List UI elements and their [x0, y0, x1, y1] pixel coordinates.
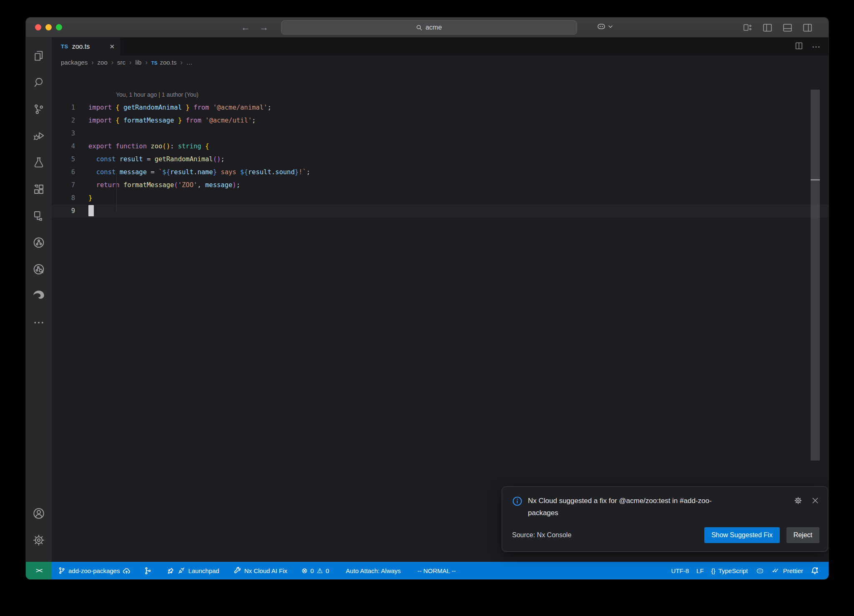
- code-text: const result = getRandomAnimal();: [75, 153, 225, 166]
- more-views-icon[interactable]: [26, 309, 52, 336]
- eol-item[interactable]: LF: [693, 562, 708, 579]
- error-icon: ⊗: [301, 566, 307, 575]
- navigate-back-button[interactable]: ←: [241, 22, 250, 33]
- breadcrumb-file[interactable]: TSzoo.ts: [151, 59, 177, 66]
- screen: ← → acme: [0, 0, 854, 616]
- code-lines: 1import { getRandomAnimal } from '@acme/…: [52, 101, 829, 218]
- breadcrumb-item-lib[interactable]: lib: [135, 59, 141, 66]
- command-center-search[interactable]: acme: [281, 20, 577, 35]
- nx-console-icon[interactable]: [26, 229, 52, 256]
- extensions-icon[interactable]: [26, 176, 52, 203]
- code-text: [75, 205, 94, 218]
- line-number[interactable]: 3: [52, 127, 75, 140]
- notification-settings-gear-icon[interactable]: [794, 496, 803, 507]
- line-number[interactable]: 8: [52, 192, 75, 205]
- account-icon[interactable]: [26, 500, 52, 527]
- nx-cloud-icon[interactable]: [26, 256, 52, 283]
- breadcrumb-separator: ›: [180, 59, 182, 66]
- toggle-primary-sidebar-button[interactable]: [762, 23, 773, 33]
- notification-close-icon[interactable]: [811, 496, 819, 506]
- copilot-icon: [756, 566, 764, 575]
- prettier-item[interactable]: ✓✓ Prettier: [768, 562, 807, 579]
- language-mode-item[interactable]: {} TypeScript: [708, 562, 752, 579]
- navigate-forward-button[interactable]: →: [259, 22, 269, 33]
- code-text: return formatMessage('ZOO', message);: [75, 179, 240, 192]
- nx-cloud-fix-item[interactable]: Nx Cloud AI Fix: [230, 562, 291, 579]
- encoding-item[interactable]: UTF-8: [668, 562, 693, 579]
- minimize-window-button[interactable]: [45, 24, 52, 30]
- title-bar: ← → acme: [26, 18, 829, 38]
- vim-mode-item[interactable]: -- NORMAL --: [414, 562, 460, 579]
- show-suggested-fix-button[interactable]: Show Suggested Fix: [704, 527, 780, 543]
- copilot-menu-button[interactable]: [596, 22, 613, 32]
- settings-gear-icon[interactable]: [26, 527, 52, 553]
- info-icon: [512, 496, 522, 506]
- auto-attach-item[interactable]: Auto Attach: Always: [342, 562, 404, 579]
- status-bar: >< add-zoo-packages: [26, 562, 829, 579]
- testing-icon[interactable]: [26, 149, 52, 176]
- git-branch-item[interactable]: add-zoo-packages: [54, 562, 134, 579]
- line-number[interactable]: 2: [52, 114, 75, 127]
- breadcrumb-item-src[interactable]: src: [117, 59, 126, 66]
- breadcrumb: packages›zoo›src›lib› TSzoo.ts › …: [52, 55, 829, 69]
- typescript-file-icon: TS: [151, 60, 158, 65]
- customize-layout-button[interactable]: [743, 23, 753, 33]
- code-line-6[interactable]: 6 const message = `${result.name} says $…: [52, 166, 829, 179]
- tab-bar: TS zoo.ts ✕ ⋯: [52, 38, 829, 55]
- code-line-8[interactable]: 8}: [52, 192, 829, 205]
- editor-more-actions-icon[interactable]: ⋯: [812, 42, 820, 52]
- remote-indicator[interactable]: ><: [26, 562, 52, 579]
- breadcrumb-item-zoo[interactable]: zoo: [98, 59, 108, 66]
- code-line-1[interactable]: 1import { getRandomAnimal } from '@acme/…: [52, 101, 829, 114]
- warning-icon: ⚠: [317, 567, 323, 575]
- tab-zoo-ts[interactable]: TS zoo.ts ✕: [52, 38, 121, 55]
- line-number[interactable]: 7: [52, 179, 75, 192]
- notifications-bell-item[interactable]: [807, 562, 823, 579]
- line-number[interactable]: 1: [52, 101, 75, 114]
- zoom-window-button[interactable]: [56, 24, 62, 30]
- nx-cloud-fix-label: Nx Cloud AI Fix: [244, 567, 287, 574]
- rocket-icon: [167, 567, 175, 575]
- code-text: [75, 127, 88, 140]
- notification-source: Source: Nx Console: [512, 531, 571, 539]
- editor-scrollbar[interactable]: [811, 90, 820, 461]
- references-icon[interactable]: [26, 203, 52, 229]
- bell-dot-icon: [811, 566, 819, 575]
- reject-button[interactable]: Reject: [786, 527, 819, 543]
- search-icon[interactable]: [26, 69, 52, 96]
- codelens-blame[interactable]: You, 1 hour ago | 1 author (You): [52, 88, 829, 101]
- split-editor-icon[interactable]: [794, 41, 804, 52]
- line-number[interactable]: 9: [52, 205, 75, 218]
- code-line-3[interactable]: 3: [52, 127, 829, 140]
- code-editor[interactable]: You, 1 hour ago | 1 author (You) 1import…: [52, 69, 829, 218]
- tab-close-icon[interactable]: ✕: [109, 43, 115, 50]
- breadcrumb-overflow[interactable]: …: [186, 59, 193, 66]
- copilot-status-item[interactable]: [752, 562, 768, 579]
- line-number[interactable]: 6: [52, 166, 75, 179]
- code-line-4[interactable]: 4export function zoo(): string {: [52, 140, 829, 153]
- explorer-icon[interactable]: [26, 43, 52, 69]
- code-text: export function zoo(): string {: [75, 140, 209, 153]
- run-debug-icon[interactable]: [26, 123, 52, 149]
- breadcrumb-item-packages[interactable]: packages: [61, 59, 88, 66]
- toggle-panel-button[interactable]: [782, 23, 793, 33]
- code-line-7[interactable]: 7 return formatMessage('ZOO', message);: [52, 179, 829, 192]
- problems-item[interactable]: ⊗ 0 ⚠ 0: [298, 562, 333, 579]
- code-line-2[interactable]: 2import { formatMessage } from '@acme/ut…: [52, 114, 829, 127]
- toggle-secondary-sidebar-button[interactable]: [802, 23, 813, 33]
- source-control-icon[interactable]: [26, 96, 52, 123]
- line-number[interactable]: 4: [52, 140, 75, 153]
- breadcrumb-separator: ›: [129, 59, 131, 66]
- breadcrumb-separator: ›: [91, 59, 93, 66]
- line-number[interactable]: 5: [52, 153, 75, 166]
- git-branch-icon: [58, 567, 65, 574]
- code-line-5[interactable]: 5 const result = getRandomAnimal();: [52, 153, 829, 166]
- edge-browser-icon[interactable]: [26, 283, 52, 309]
- branch-name: add-zoo-packages: [68, 567, 120, 574]
- close-window-button[interactable]: [35, 24, 41, 30]
- code-line-9[interactable]: 9: [52, 205, 829, 218]
- source-control-graph-item[interactable]: [140, 562, 156, 579]
- typescript-file-icon: TS: [61, 43, 68, 50]
- launchpad-item[interactable]: Launchpad: [163, 562, 223, 579]
- editor-group: TS zoo.ts ✕ ⋯ packages›zoo›src›lib›: [52, 38, 829, 562]
